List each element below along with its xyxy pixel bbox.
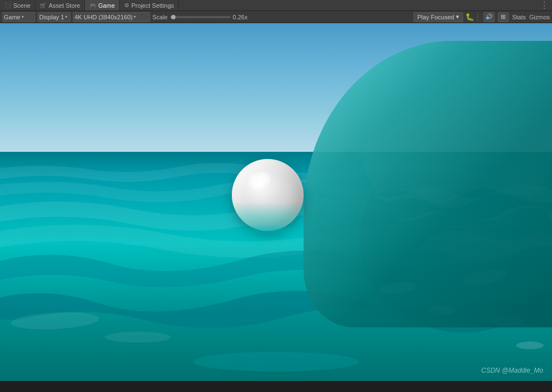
tab-project-settings-label: Project Settings [131, 2, 174, 9]
scale-container: Scale 0.26x [152, 14, 247, 20]
display1-select[interactable]: Display 1 ▾ [38, 12, 71, 22]
tab-asset-store-label: Asset Store [49, 2, 80, 9]
asset-store-icon: 🛒 [40, 2, 46, 8]
game-display-label: Game [4, 14, 20, 20]
game-viewport: CSDN @Maddie_Mo [0, 23, 552, 381]
resolution-select[interactable]: 4K UHD (3840x2160) ▾ [73, 12, 150, 22]
tab-bar-more-button[interactable]: ⋮ [540, 0, 552, 10]
toolbar-separator-1 [477, 13, 478, 21]
audio-button[interactable]: 🔊 [484, 12, 495, 22]
tab-game[interactable]: 🎮 Game [85, 0, 120, 10]
play-focused-button[interactable]: Play Focused ▾ [413, 12, 463, 22]
play-focused-arrow: ▾ [456, 13, 459, 20]
stats-button[interactable]: Stats [512, 14, 526, 20]
audio-icon: 🔊 [485, 13, 493, 20]
resolution-arrow: ▾ [134, 14, 136, 19]
resolution-label: 4K UHD (3840x2160) [75, 14, 132, 20]
tab-project-settings[interactable]: ⚙ Project Settings [120, 0, 179, 10]
scene-icon: ⬛ [4, 2, 11, 8]
grid-button[interactable]: ⊞ [498, 12, 509, 22]
scale-thumb [171, 15, 176, 19]
tab-asset-store[interactable]: 🛒 Asset Store [35, 0, 85, 10]
display1-arrow: ▾ [65, 14, 67, 19]
tab-scene[interactable]: ⬛ Scene [0, 0, 35, 10]
sphere-water-base [229, 224, 306, 235]
scale-slider[interactable] [170, 16, 231, 18]
svg-point-5 [516, 342, 544, 349]
bug-icon[interactable]: 🐛 [465, 13, 474, 21]
sphere [232, 159, 304, 231]
tab-scene-label: Scene [13, 2, 30, 9]
watermark: CSDN @Maddie_Mo [481, 367, 543, 374]
toolbar-right: 🔊 ⊞ Stats Gizmos [484, 12, 550, 22]
sphere-container [232, 159, 304, 231]
game-icon: 🎮 [89, 2, 96, 8]
project-settings-icon: ⚙ [124, 2, 129, 8]
more-icon: ⋮ [540, 1, 549, 10]
game-display-select[interactable]: Game ▾ [2, 12, 35, 22]
toolbar: Game ▾ Display 1 ▾ 4K UHD (3840x2160) ▾ … [0, 11, 552, 23]
scale-value: 0.26x [233, 14, 248, 20]
svg-point-8 [193, 352, 359, 372]
tab-bar: ⬛ Scene 🛒 Asset Store 🎮 Game ⚙ Project S… [0, 0, 552, 11]
scale-label: Scale [152, 14, 168, 20]
display1-label: Display 1 [39, 14, 64, 20]
play-focused-label: Play Focused [417, 14, 454, 20]
game-display-arrow: ▾ [22, 14, 24, 19]
grid-icon: ⊞ [501, 13, 506, 20]
tab-game-label: Game [98, 2, 115, 9]
svg-point-7 [105, 332, 171, 343]
gizmos-button[interactable]: Gizmos [529, 14, 550, 20]
